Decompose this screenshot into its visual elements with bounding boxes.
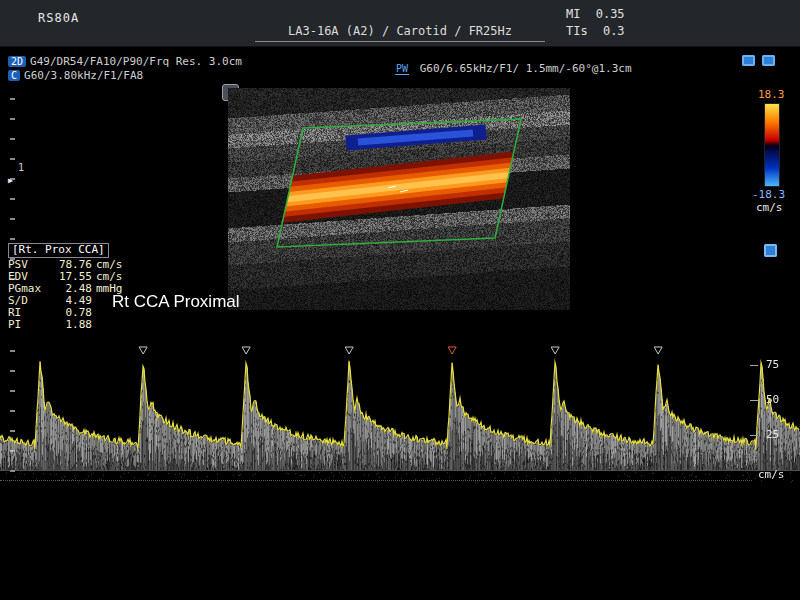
color-mode-badge[interactable]: C: [8, 70, 20, 81]
machine-model: RS80A: [38, 11, 79, 25]
tis-value: 0.3: [603, 24, 625, 38]
mi-readout: MI 0.35: [566, 7, 625, 21]
measurement-row: PI 1.88: [8, 319, 134, 331]
bookmark-icon[interactable]: [764, 244, 777, 257]
measurement-label: PI: [8, 319, 56, 331]
spectral-doppler-trace: [0, 335, 800, 485]
color-mode-params: CG60/3.80kHz/F1/FA8: [8, 69, 143, 82]
monitor-icon[interactable]: [742, 55, 755, 66]
b-mode-params: 2DG49/DR54/FA10/P90/Frq Res. 3.0cm: [8, 55, 242, 68]
color-scale-max: 18.3: [758, 88, 785, 101]
color-mode-values: G60/3.80kHz/F1/FA8: [24, 69, 143, 82]
baseline-dotted: [0, 480, 752, 481]
bmode-color-image: [228, 88, 570, 310]
mi-value: 0.35: [596, 7, 625, 21]
pw-mode-badge[interactable]: PW: [395, 63, 409, 75]
measurement-value: 1.88: [56, 319, 92, 331]
annotation-text: Rt CCA Proximal: [112, 292, 240, 312]
probe-preset-title: LA3-16A (A2) / Carotid / FR25Hz: [255, 24, 545, 42]
depth-label: 1: [18, 162, 24, 173]
spectral-unit: cm/s: [758, 468, 785, 481]
pw-mode-params: PW G60/6.65kHz/F1/ 1.5mm/-60°@1.3cm: [395, 62, 632, 75]
b-mode-badge[interactable]: 2D: [8, 56, 26, 67]
scale-label-75: 75: [766, 358, 779, 371]
b-mode-values: G49/DR54/FA10/P90/Frq Res. 3.0cm: [30, 55, 242, 68]
scale-tick: [750, 365, 758, 366]
scale-tick: [750, 435, 758, 436]
header-bar: RS80A LA3-16A (A2) / Carotid / FR25Hz MI…: [0, 0, 800, 47]
focus-marker-icon[interactable]: ▶: [8, 176, 13, 185]
network-icon[interactable]: [762, 55, 775, 66]
tis-readout: TIs 0.3: [566, 24, 625, 38]
measurement-title: [Rt. Prox CCA]: [8, 243, 109, 258]
mi-label: MI: [566, 7, 580, 21]
scale-label-50: 50: [766, 393, 779, 406]
color-scale-min: -18.3: [752, 188, 785, 201]
measurement-panel: [Rt. Prox CCA] PSV 78.76 cm/s EDV 17.55 …: [8, 243, 134, 331]
tis-label: TIs: [566, 24, 588, 38]
ultrasound-screen: RS80A LA3-16A (A2) / Carotid / FR25Hz MI…: [0, 0, 800, 600]
pw-mode-values: G60/6.65kHz/F1/ 1.5mm/-60°@1.3cm: [420, 62, 632, 75]
color-scale-unit: cm/s: [756, 201, 783, 214]
scale-label-25: 25: [766, 428, 779, 441]
color-scale-bar: [764, 103, 780, 187]
scale-tick: [750, 400, 758, 401]
